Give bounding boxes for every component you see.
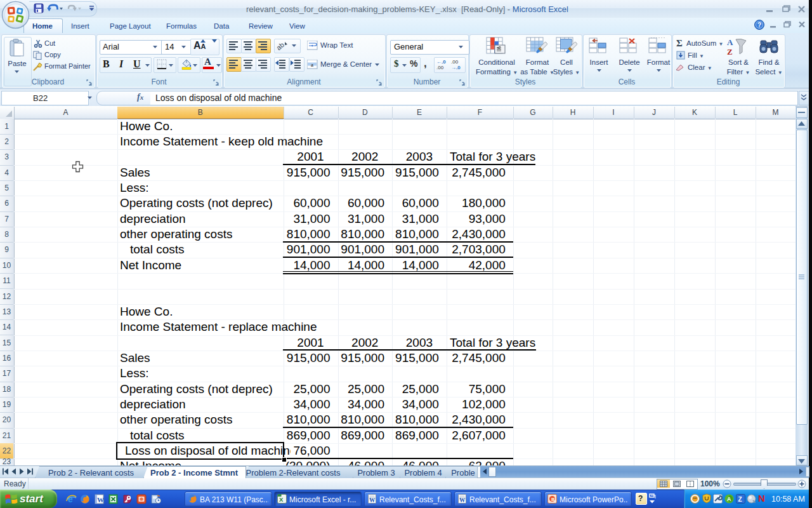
svg-text:←.0: ←.0 bbox=[436, 59, 446, 65]
svg-text:ab: ab bbox=[277, 41, 285, 50]
svg-text:A: A bbox=[727, 496, 731, 502]
svg-text:.00: .00 bbox=[451, 59, 459, 65]
svg-text:W: W bbox=[459, 497, 466, 504]
svg-text:W: W bbox=[369, 497, 376, 504]
svg-text:Z: Z bbox=[738, 496, 742, 503]
svg-text:X: X bbox=[279, 496, 284, 503]
svg-text:.00: .00 bbox=[436, 65, 444, 70]
svg-text:?: ? bbox=[757, 22, 761, 29]
svg-text:→.0: →.0 bbox=[451, 65, 461, 70]
svg-text:W: W bbox=[97, 496, 104, 504]
svg-text:a: a bbox=[311, 62, 313, 68]
svg-text:A: A bbox=[727, 37, 733, 47]
svg-text:Z: Z bbox=[727, 47, 733, 56]
